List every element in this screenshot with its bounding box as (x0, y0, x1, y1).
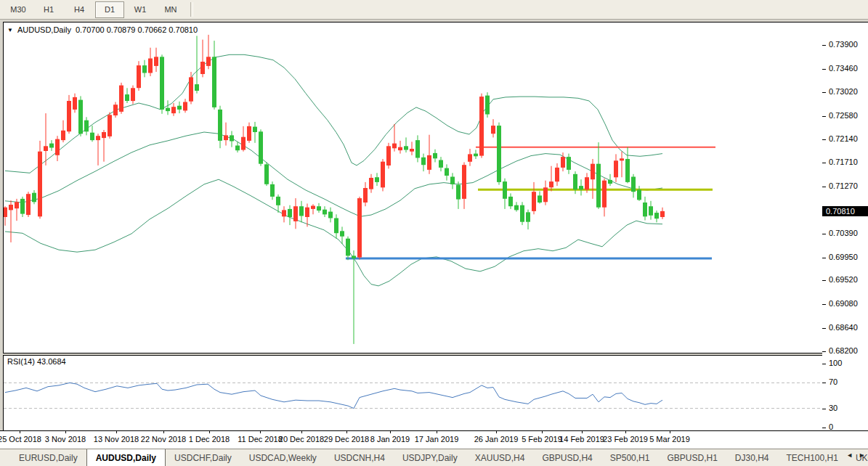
timeframe-button-w1[interactable]: W1 (126, 1, 155, 18)
main-chart-canvas[interactable] (4, 23, 822, 353)
tab-gbpusd-h1[interactable]: GBPUSD,H1 (658, 449, 726, 466)
chart-tab-bar: EURUSD,DailyAUDUSD,DailyUSDCHF,DailyUSDC… (0, 449, 868, 466)
date-label-11-dec-2018: 11 Dec 2018 (238, 435, 283, 443)
terminal-window: { "toolbar": { "timeframes": [ {"label":… (0, 0, 868, 466)
date-label-13-nov-2018: 13 Nov 2018 (94, 435, 139, 443)
price-0.69950-tick (822, 258, 826, 258)
tab-eurusd-daily[interactable]: EURUSD,Daily (10, 449, 86, 466)
chart-title: ▼ AUDUSD,Daily 0.70700 0.70879 0.70662 0… (7, 25, 198, 34)
rsi-100-tick (822, 364, 826, 364)
toolbar-separator (190, 2, 193, 17)
rsi-0-tick (822, 428, 826, 428)
date-tick (390, 431, 391, 433)
timeframe-button-m30[interactable]: M30 (4, 1, 33, 18)
rsi-70-label: 70 (829, 377, 837, 386)
date-tick (670, 431, 670, 433)
price-0.73460-tick (822, 69, 826, 70)
date-tick (116, 431, 117, 433)
date-tick (301, 431, 302, 433)
price-0.68200-tick (822, 351, 826, 352)
date-tick (496, 431, 497, 433)
tab-usdchf-daily[interactable]: USDCHF,Daily (166, 449, 240, 466)
tab-gbpusd-h4[interactable]: GBPUSD,H4 (533, 449, 601, 466)
date-tick (437, 431, 437, 433)
rsi-70-tick (822, 383, 826, 383)
timeframe-button-d1[interactable]: D1 (95, 1, 124, 18)
price-0.73460-label: 0.73460 (829, 64, 858, 73)
date-label-8-jan-2019: 8 Jan 2019 (370, 435, 410, 443)
price-0.69080-tick (822, 304, 826, 305)
date-label-23-feb-2019: 23 Feb 2019 (603, 435, 648, 443)
date-tick (625, 431, 626, 433)
price-0.71270-tick (822, 187, 826, 187)
tab-audusd-daily[interactable]: AUDUSD,Daily (86, 449, 166, 466)
date-label-3-nov-2018: 3 Nov 2018 (45, 435, 86, 443)
chevron-down-icon[interactable]: ▼ (7, 27, 13, 33)
price-0.73900-label: 0.73900 (829, 40, 858, 49)
date-tick (542, 431, 543, 433)
date-label-5-mar-2019: 5 Mar 2019 (649, 435, 690, 443)
date-tick (209, 431, 210, 433)
tab-scroll-left-icon[interactable]: ◄ (846, 451, 853, 459)
rsi-30-tick (822, 409, 826, 409)
date-label-26-jan-2019: 26 Jan 2019 (474, 435, 519, 443)
price-0.69520-label: 0.69520 (829, 275, 858, 284)
chart-symbol-label: AUDUSD,Daily (17, 25, 71, 34)
tab-sp500-h1[interactable]: SP500,H1 (601, 449, 659, 466)
rsi-canvas[interactable] (4, 356, 822, 430)
date-label-20-dec-2018: 20 Dec 2018 (279, 435, 324, 443)
rsi-100-label: 100 (829, 359, 842, 367)
tab-tech100-h1[interactable]: TECH100,H1 (778, 449, 847, 466)
date-label-25-oct-2018: 25 Oct 2018 (0, 435, 41, 443)
price-0.73020-tick (822, 92, 826, 93)
tab-dj30-h4[interactable]: DJ30,H4 (726, 449, 778, 466)
rsi-indicator-panel[interactable] (3, 355, 823, 431)
tab-usdcnh-h4[interactable]: USDCNH,H4 (325, 449, 394, 466)
tab-xauusd-h4[interactable]: XAUUSD,H4 (466, 449, 534, 466)
price-0.69950-label: 0.69950 (829, 253, 858, 261)
price-0.72140-tick (822, 139, 826, 140)
price-0.72580-label: 0.72580 (829, 111, 858, 120)
price-0.71270-label: 0.71270 (829, 181, 858, 190)
timeframe-button-h1[interactable]: H1 (34, 1, 63, 18)
price-0.69520-tick (822, 280, 826, 281)
price-0.71710-tick (822, 163, 826, 163)
price-0.69080-label: 0.69080 (829, 299, 858, 308)
rsi-line (5, 383, 662, 408)
tab-scroll-arrows: ◄ ► (846, 451, 865, 459)
date-label-22-nov-2018: 22 Nov 2018 (141, 435, 186, 443)
date-axis[interactable]: 25 Oct 20183 Nov 201813 Nov 201822 Nov 2… (0, 430, 868, 449)
main-chart-panel[interactable] (3, 22, 823, 353)
date-tick (20, 431, 20, 433)
timeframe-toolbar: M30H1H4D1W1MN (0, 0, 868, 20)
price-0.68200-label: 0.68200 (829, 346, 858, 355)
candlestick-series (4, 35, 715, 344)
date-label-29-dec-2018: 29 Dec 2018 (324, 435, 369, 443)
price-0.70390-label: 0.70390 (829, 229, 858, 237)
date-tick (163, 431, 164, 433)
date-tick (260, 431, 261, 433)
price-0.71710-label: 0.71710 (829, 158, 858, 166)
timeframe-button-h4[interactable]: H4 (65, 1, 94, 18)
price-0.72580-tick (822, 116, 826, 117)
rsi-indicator-label: RSI(14) 43.0684 (7, 357, 66, 366)
date-tick (346, 431, 347, 433)
date-label-1-dec-2018: 1 Dec 2018 (189, 435, 230, 443)
price-0.72140-label: 0.72140 (829, 134, 858, 143)
tab-scroll-right-icon[interactable]: ► (859, 451, 865, 459)
price-0.68640-tick (822, 328, 826, 329)
tab-usdcad-weekly[interactable]: USDCAD,Weekly (240, 449, 325, 466)
timeframe-button-mn[interactable]: MN (156, 1, 185, 18)
price-0.68640-label: 0.68640 (829, 323, 858, 332)
rsi-30-label: 30 (829, 404, 837, 412)
date-label-17-jan-2019: 17 Jan 2019 (415, 435, 459, 443)
price-scale[interactable]: 0.739000.734600.730200.725800.721400.717… (822, 22, 868, 432)
date-tick (65, 431, 66, 433)
date-label-14-feb-2019: 14 Feb 2019 (559, 435, 604, 443)
price-0.70390-tick (822, 234, 826, 234)
bollinger-lower-band (5, 179, 662, 286)
price-0.73900-tick (822, 45, 826, 46)
tab-usdjpy-daily[interactable]: USDJPY,Daily (394, 449, 466, 466)
current-price-badge: 0.70810 (822, 206, 868, 216)
price-0.73020-label: 0.73020 (829, 87, 858, 96)
